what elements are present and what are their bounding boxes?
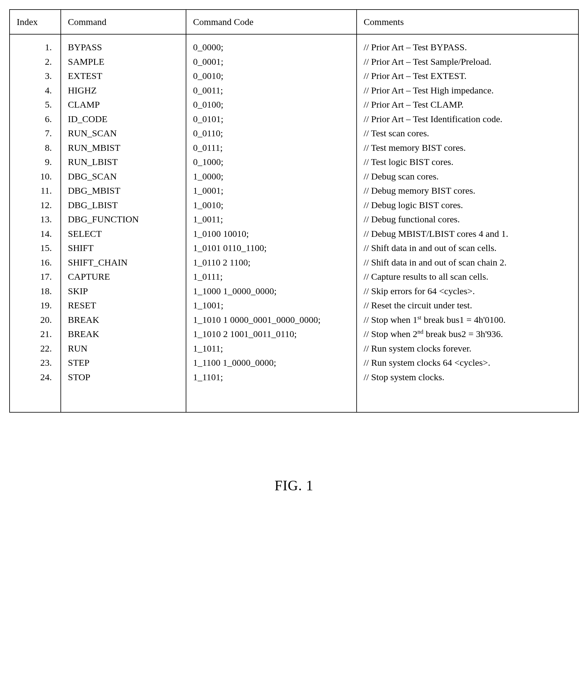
cell-command: BYPASS — [68, 40, 179, 55]
cell-comment: // Prior Art – Test BYPASS. — [364, 40, 571, 55]
cell-command: DBG_SCAN — [68, 169, 179, 184]
cell-index: 13. — [17, 212, 52, 227]
cell-comment: // Test memory BIST cores. — [364, 141, 571, 155]
table-body-row: 1.2.3.4.5.6.7.8.9.10.11.12.13.14.15.16.1… — [10, 34, 578, 412]
cell-code: 1_1010 1 0000_0001_0000_0000; — [193, 313, 350, 327]
cell-code: 0_0111; — [193, 141, 350, 155]
cell-code: 1_1100 1_0000_0000; — [193, 356, 350, 370]
cell-comment: // Prior Art – Test Identification code. — [364, 112, 571, 126]
cell-index: 12. — [17, 198, 52, 212]
cell-index: 20. — [17, 313, 52, 327]
cell-index: 9. — [17, 155, 52, 169]
cell-comment: // Debug scan cores. — [364, 169, 571, 184]
cell-comment: // Run system clocks 64 <cycles>. — [364, 356, 571, 370]
cell-code: 1_0110 2 1100; — [193, 255, 350, 270]
cell-comment: // Run system clocks forever. — [364, 341, 571, 356]
cell-command: CAPTURE — [68, 270, 179, 284]
cell-command: ID_CODE — [68, 112, 179, 126]
cell-comment: // Debug functional cores. — [364, 212, 571, 227]
command-table: Index Command Command Code Comments 1.2.… — [9, 9, 579, 413]
cell-code: 1_1101; — [193, 370, 350, 385]
cell-command: RUN — [68, 341, 179, 356]
cell-command: CLAMP — [68, 97, 179, 112]
header-index: Index — [10, 10, 61, 34]
cell-comment: // Prior Art – Test EXTEST. — [364, 69, 571, 83]
cell-command: SKIP — [68, 284, 179, 299]
cell-index: 11. — [17, 183, 52, 198]
cell-index: 6. — [17, 112, 52, 126]
cell-code: 0_0011; — [193, 83, 350, 98]
cell-index: 8. — [17, 141, 52, 155]
cell-index: 2. — [17, 55, 52, 69]
cell-comment: // Stop when 1st break bus1 = 4h'0100. — [364, 313, 571, 327]
cell-index: 10. — [17, 169, 52, 184]
cell-index: 1. — [17, 40, 52, 55]
cell-command: RUN_LBIST — [68, 155, 179, 169]
cell-code: 1_0010; — [193, 198, 350, 212]
cell-index: 14. — [17, 227, 52, 241]
cell-code: 1_1010 2 1001_0011_0110; — [193, 327, 350, 341]
column-comments: // Prior Art – Test BYPASS.// Prior Art … — [357, 34, 578, 412]
cell-index: 5. — [17, 97, 52, 112]
cell-index: 16. — [17, 255, 52, 270]
cell-code: 1_0011; — [193, 212, 350, 227]
cell-index: 3. — [17, 69, 52, 83]
cell-command: BREAK — [68, 327, 179, 341]
cell-code: 0_0100; — [193, 97, 350, 112]
cell-command: SHIFT_CHAIN — [68, 255, 179, 270]
cell-comment: // Debug logic BIST cores. — [364, 198, 571, 212]
cell-command: BREAK — [68, 313, 179, 327]
cell-command: DBG_LBIST — [68, 198, 179, 212]
cell-index: 19. — [17, 298, 52, 313]
column-command: BYPASSSAMPLEEXTESTHIGHZCLAMPID_CODERUN_S… — [61, 34, 186, 412]
cell-code: 0_0010; — [193, 69, 350, 83]
cell-code: 1_1000 1_0000_0000; — [193, 284, 350, 299]
cell-code: 0_0110; — [193, 126, 350, 141]
cell-command: SELECT — [68, 227, 179, 241]
cell-comment: // Prior Art – Test Sample/Preload. — [364, 55, 571, 69]
cell-command: HIGHZ — [68, 83, 179, 98]
cell-index: 18. — [17, 284, 52, 299]
cell-comment: // Shift data in and out of scan cells. — [364, 241, 571, 255]
cell-code: 0_0001; — [193, 55, 350, 69]
column-index: 1.2.3.4.5.6.7.8.9.10.11.12.13.14.15.16.1… — [10, 34, 61, 412]
cell-comment: // Debug MBIST/LBIST cores 4 and 1. — [364, 227, 571, 241]
cell-code: 0_0000; — [193, 40, 350, 55]
figure-caption: FIG. 1 — [9, 477, 579, 494]
cell-index: 15. — [17, 241, 52, 255]
cell-command: EXTEST — [68, 69, 179, 83]
header-comments: Comments — [357, 10, 578, 34]
cell-comment: // Capture results to all scan cells. — [364, 270, 571, 284]
cell-index: 7. — [17, 126, 52, 141]
cell-command: DBG_FUNCTION — [68, 212, 179, 227]
header-code: Command Code — [186, 10, 357, 34]
cell-command: RUN_MBIST — [68, 141, 179, 155]
cell-code: 1_0001; — [193, 183, 350, 198]
cell-index: 23. — [17, 356, 52, 370]
cell-index: 22. — [17, 341, 52, 356]
cell-command: RUN_SCAN — [68, 126, 179, 141]
cell-code: 1_0000; — [193, 169, 350, 184]
cell-comment: // Test logic BIST cores. — [364, 155, 571, 169]
cell-command: STEP — [68, 356, 179, 370]
cell-command: DBG_MBIST — [68, 183, 179, 198]
cell-comment: // Test scan cores. — [364, 126, 571, 141]
cell-code: 1_1001; — [193, 298, 350, 313]
column-code: 0_0000;0_0001;0_0010;0_0011;0_0100;0_010… — [186, 34, 357, 412]
cell-index: 4. — [17, 83, 52, 98]
cell-comment: // Stop system clocks. — [364, 370, 571, 385]
cell-comment: // Stop when 2nd break bus2 = 3h'936. — [364, 327, 571, 341]
cell-comment: // Prior Art – Test High impedance. — [364, 83, 571, 98]
cell-code: 0_1000; — [193, 155, 350, 169]
cell-code: 1_1011; — [193, 341, 350, 356]
cell-comment: // Reset the circuit under test. — [364, 298, 571, 313]
table-header: Index Command Command Code Comments — [10, 10, 578, 34]
cell-index: 17. — [17, 270, 52, 284]
cell-comment: // Skip errors for 64 <cycles>. — [364, 284, 571, 299]
cell-command: SAMPLE — [68, 55, 179, 69]
cell-command: SHIFT — [68, 241, 179, 255]
cell-code: 1_0101 0110_1100; — [193, 241, 350, 255]
cell-code: 0_0101; — [193, 112, 350, 126]
cell-command: RESET — [68, 298, 179, 313]
cell-comment: // Debug memory BIST cores. — [364, 183, 571, 198]
